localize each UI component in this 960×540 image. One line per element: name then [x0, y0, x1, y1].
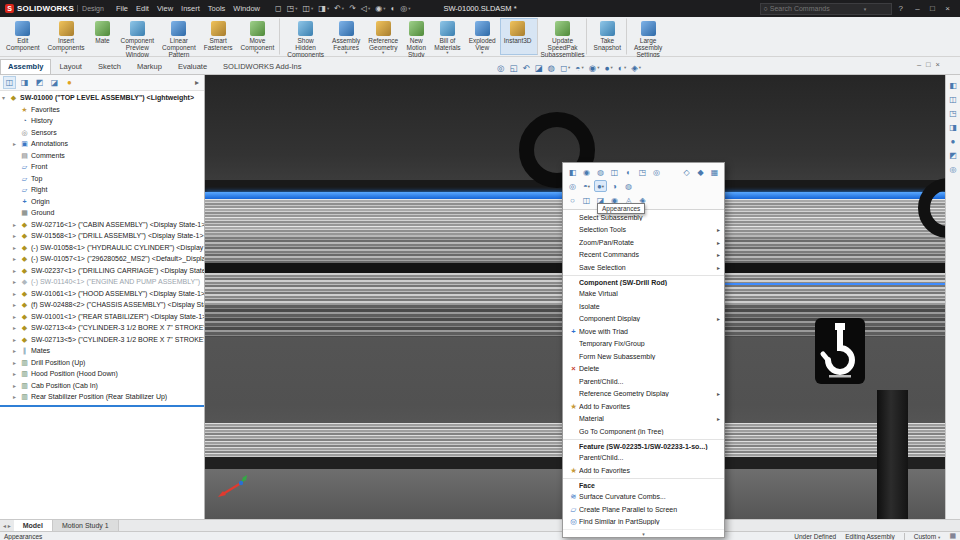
context-toolbar-icon[interactable]: ◓▾ [580, 180, 593, 192]
tree-item[interactable]: History [0, 115, 204, 127]
context-menu-item[interactable]: Parent/Child... ▸ [563, 375, 724, 388]
view-toolbar-icon[interactable]: ◱▾ [507, 63, 519, 73]
context-toolbar-icon[interactable]: ◫▾ [580, 194, 593, 206]
quick-access-tool-icon[interactable]: ◳▾ [285, 2, 300, 15]
viewport-layout-icon[interactable]: ▦ [949, 532, 956, 540]
task-pane-icon[interactable]: ◫ [949, 96, 957, 104]
ribbon-button[interactable]: Insert Components ▾ [44, 18, 89, 55]
command-tab[interactable]: SOLIDWORKS Add-Ins [215, 59, 309, 74]
tree-item[interactable]: Ground [0, 207, 204, 219]
quick-access-tool-icon[interactable]: ↷▾ [347, 2, 358, 15]
tree-item[interactable]: Sensors [0, 127, 204, 139]
ribbon-button[interactable]: Large Assembly Settings ▾ [630, 18, 666, 55]
context-toolbar-icon[interactable]: ◫▾ [608, 166, 621, 178]
expand-arrow-icon[interactable] [13, 255, 20, 262]
expand-arrow-icon[interactable] [13, 267, 20, 274]
tree-item[interactable]: SW-01568<1> ("DRILL ASSEMBLY") <Display … [0, 230, 204, 242]
context-menu-item[interactable]: Material ▸ [563, 413, 724, 426]
command-tab[interactable]: Layout [51, 59, 90, 74]
context-menu-item[interactable]: Add to Favorites ▸ [563, 400, 724, 413]
panel-tab-icon[interactable]: ◪ [48, 76, 61, 89]
view-toolbar-icon[interactable]: ◎▾ [495, 63, 506, 73]
tree-item[interactable]: (-) SW-01057<1> ("296280562_MS2") <Defau… [0, 253, 204, 265]
expand-arrow-icon[interactable] [13, 370, 20, 377]
context-menu-item[interactable]: Save Selection ▸ [563, 261, 724, 274]
expand-arrow-icon[interactable] [13, 232, 20, 239]
expand-arrow-icon[interactable] [13, 244, 20, 251]
context-menu-item[interactable]: Surface Curvature Combs... ▸ [563, 491, 724, 504]
ribbon-button[interactable]: Edit Component ▾ [2, 18, 44, 55]
context-menu-item[interactable]: Isolate ▸ [563, 300, 724, 313]
view-toolbar-icon[interactable]: ◓▾ [573, 63, 585, 73]
context-menu-item[interactable]: Delete ▸ [563, 363, 724, 376]
tree-item[interactable]: Favorites [0, 104, 204, 116]
view-toolbar-icon[interactable]: ↶▾ [520, 63, 531, 73]
search-box[interactable]: ○ ▾ [760, 3, 892, 15]
search-input[interactable] [770, 5, 862, 12]
task-pane-icon[interactable]: ● [951, 138, 956, 146]
menubar-item[interactable]: Insert [177, 4, 204, 13]
ribbon-button[interactable]: Reference Geometry ▾ [364, 18, 402, 55]
tab-scroll-arrows[interactable]: ◂ ▸ [0, 520, 14, 531]
expand-arrow-icon[interactable] [13, 313, 20, 320]
tree-item[interactable]: Cab Position (Cab In) [0, 380, 204, 392]
tree-item[interactable]: Drill Position (Up) [0, 357, 204, 369]
context-toolbar-icon[interactable]: ◑▾ [608, 180, 621, 192]
view-toolbar-icon[interactable]: ◐▾ [616, 63, 628, 73]
context-menu-item[interactable]: Recent Commands ▸ [563, 249, 724, 262]
tree-item[interactable]: Comments [0, 150, 204, 162]
view-toolbar-icon[interactable]: ◉▾ [587, 63, 602, 73]
tree-item[interactable]: Rear Stabilizer Position (Rear Stabilize… [0, 391, 204, 403]
tree-item[interactable]: Origin [0, 196, 204, 208]
quick-access-tool-icon[interactable]: ◨▾ [316, 2, 331, 15]
context-toolbar-icon[interactable]: ◇▾ [680, 166, 693, 178]
ribbon-button[interactable]: Take Snapshot ▾ [590, 18, 627, 55]
tree-item[interactable]: SW-02713<5> ("CYLINDER-3 1/2 BORE X 7" S… [0, 334, 204, 346]
panel-splitter-bar[interactable] [0, 405, 204, 407]
context-menu-item[interactable]: Component Display ▸ [563, 313, 724, 326]
tree-item[interactable]: Hood Position (Hood Down) [0, 368, 204, 380]
menubar-item[interactable]: View [153, 4, 177, 13]
expand-arrow-icon[interactable] [13, 336, 20, 343]
command-tab[interactable]: Assembly [0, 59, 51, 74]
ribbon-button[interactable]: Update SpeedPak Subassemblies ▾ [541, 18, 587, 55]
context-menu-item[interactable]: Parent/Child... ▸ [563, 452, 724, 465]
context-toolbar-icon[interactable]: ◍▾ [594, 166, 607, 178]
ribbon-button[interactable]: Bill of Materials ▾ [430, 18, 464, 55]
context-toolbar-icon[interactable]: ◎▾ [566, 180, 579, 192]
panel-tab-icon[interactable]: ◨ [18, 76, 31, 89]
context-toolbar-icon[interactable]: ◆▾ [694, 166, 707, 178]
model-tab[interactable]: Model [14, 520, 53, 531]
task-pane-icon[interactable]: ◨ [949, 124, 957, 132]
ribbon-button[interactable]: Show Hidden Components ▾ [283, 18, 328, 55]
tree-item[interactable]: SW-01001<1> ("REAR STABILIZER") <Display… [0, 311, 204, 323]
search-caret-icon[interactable]: ▾ [864, 6, 867, 12]
ribbon-button[interactable]: New Motion Study ▾ [402, 18, 430, 55]
expand-arrow-icon[interactable] [13, 359, 20, 366]
window-control-button[interactable]: □ [925, 0, 940, 17]
ribbon-button[interactable]: Assembly Features ▾ [328, 18, 364, 55]
context-menu-item[interactable]: Temporary Fix/Group ▸ [563, 338, 724, 351]
ribbon-button[interactable]: Component Preview Window ▾ [116, 18, 158, 55]
task-pane-icon[interactable]: ◧ [949, 82, 957, 90]
tree-item[interactable]: Annotations [0, 138, 204, 150]
context-toolbar-icon[interactable]: ○▾ [566, 194, 579, 206]
command-tab[interactable]: Evaluate [170, 59, 215, 74]
expand-arrow-icon[interactable] [13, 221, 20, 228]
document-window-button[interactable]: × [936, 60, 940, 69]
task-pane-icon[interactable]: ◳ [949, 110, 957, 118]
ribbon-button[interactable]: Move Component ▾ [237, 18, 281, 55]
ribbon-button[interactable]: Mate ▾ [88, 18, 116, 55]
context-toolbar-icon[interactable]: ◳▾ [636, 166, 649, 178]
context-menu-item[interactable]: Zoom/Pan/Rotate ▸ [563, 236, 724, 249]
context-toolbar-icon[interactable]: ▦▾ [708, 166, 721, 178]
quick-access-tool-icon[interactable]: ◁▾ [359, 2, 372, 15]
panel-tab-icon[interactable]: ● [63, 76, 76, 89]
context-menu-item[interactable]: Add to Favorites ▸ [563, 464, 724, 477]
context-toolbar-icon[interactable]: ●▾ [594, 180, 607, 192]
view-toolbar-icon[interactable]: ◍▾ [546, 63, 557, 73]
context-menu-item[interactable]: Make Virtual ▸ [563, 288, 724, 301]
quick-access-tool-icon[interactable]: ◎▾ [398, 2, 412, 15]
expand-arrow-icon[interactable] [13, 324, 20, 331]
document-window-button[interactable]: □ [926, 60, 931, 69]
